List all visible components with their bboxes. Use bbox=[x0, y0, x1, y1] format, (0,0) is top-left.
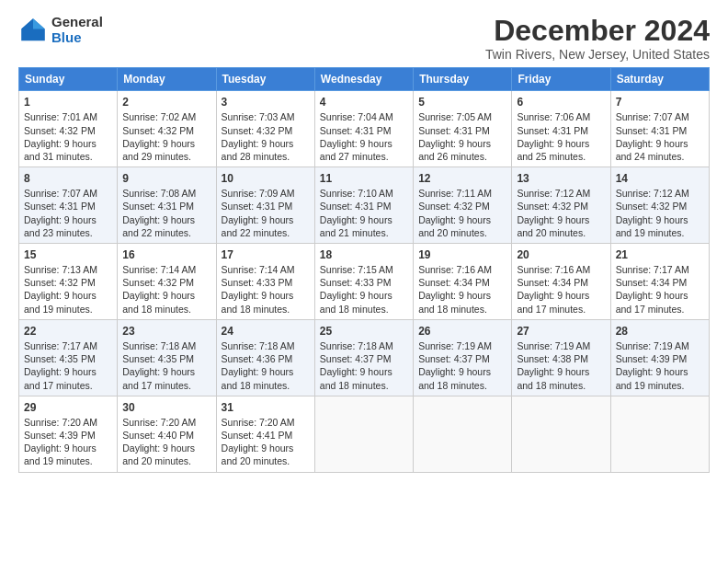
day-number: 2 bbox=[122, 95, 210, 109]
daylight-text: Daylight: 9 hours and 17 minutes. bbox=[517, 290, 589, 314]
sunset-text: Sunset: 4:31 PM bbox=[122, 201, 194, 212]
sunrise-text: Sunrise: 7:14 AM bbox=[122, 264, 196, 275]
daylight-text: Daylight: 9 hours and 18 minutes. bbox=[320, 366, 392, 390]
daylight-text: Daylight: 9 hours and 20 minutes. bbox=[122, 442, 195, 466]
daylight-text: Daylight: 9 hours and 19 minutes. bbox=[24, 290, 97, 314]
day-number: 12 bbox=[418, 171, 506, 186]
day-number: 9 bbox=[122, 171, 210, 186]
day-number: 14 bbox=[616, 171, 704, 186]
sunset-text: Sunset: 4:31 PM bbox=[222, 201, 293, 212]
calendar-cell bbox=[512, 396, 610, 472]
daylight-text: Daylight: 9 hours and 22 minutes. bbox=[222, 214, 294, 238]
calendar-day-header: Saturday bbox=[610, 68, 709, 91]
daylight-text: Daylight: 9 hours and 18 minutes. bbox=[222, 366, 294, 390]
calendar-cell: 1Sunrise: 7:01 AMSunset: 4:32 PMDaylight… bbox=[19, 91, 118, 167]
sunset-text: Sunset: 4:31 PM bbox=[24, 201, 96, 212]
calendar-week-row: 8Sunrise: 7:07 AMSunset: 4:31 PMDaylight… bbox=[19, 167, 710, 244]
day-number: 27 bbox=[517, 324, 605, 339]
calendar-cell: 22Sunrise: 7:17 AMSunset: 4:35 PMDayligh… bbox=[19, 319, 118, 396]
sunrise-text: Sunrise: 7:19 AM bbox=[418, 340, 492, 351]
calendar-cell: 28Sunrise: 7:19 AMSunset: 4:39 PMDayligh… bbox=[610, 319, 709, 396]
day-number: 4 bbox=[320, 95, 408, 109]
calendar-cell: 18Sunrise: 7:15 AMSunset: 4:33 PMDayligh… bbox=[314, 243, 413, 319]
day-number: 7 bbox=[616, 95, 704, 109]
daylight-text: Daylight: 9 hours and 18 minutes. bbox=[122, 290, 195, 314]
daylight-text: Daylight: 9 hours and 18 minutes. bbox=[320, 290, 392, 314]
day-number: 19 bbox=[418, 247, 506, 262]
location-title: Twin Rivers, New Jersey, United States bbox=[485, 47, 710, 62]
sunset-text: Sunset: 4:35 PM bbox=[24, 353, 96, 364]
calendar-cell: 5Sunrise: 7:05 AMSunset: 4:31 PMDaylight… bbox=[414, 91, 512, 167]
logo: General Blue bbox=[18, 15, 103, 45]
calendar-cell: 16Sunrise: 7:14 AMSunset: 4:32 PMDayligh… bbox=[118, 243, 216, 319]
daylight-text: Daylight: 9 hours and 22 minutes. bbox=[122, 214, 195, 238]
calendar-day-header: Sunday bbox=[19, 68, 118, 91]
sunrise-text: Sunrise: 7:07 AM bbox=[24, 188, 97, 199]
day-number: 20 bbox=[517, 247, 605, 262]
day-number: 23 bbox=[122, 324, 210, 339]
logo-icon bbox=[18, 16, 48, 45]
calendar-cell: 11Sunrise: 7:10 AMSunset: 4:31 PMDayligh… bbox=[314, 167, 413, 244]
calendar-cell: 17Sunrise: 7:14 AMSunset: 4:33 PMDayligh… bbox=[216, 243, 314, 319]
calendar-cell: 13Sunrise: 7:12 AMSunset: 4:32 PMDayligh… bbox=[512, 167, 610, 244]
sunset-text: Sunset: 4:31 PM bbox=[320, 125, 392, 136]
sunrise-text: Sunrise: 7:11 AM bbox=[418, 188, 492, 199]
sunrise-text: Sunrise: 7:16 AM bbox=[517, 264, 590, 275]
calendar-cell bbox=[414, 396, 512, 472]
sunrise-text: Sunrise: 7:06 AM bbox=[517, 111, 590, 122]
sunrise-text: Sunrise: 7:18 AM bbox=[122, 340, 196, 351]
daylight-text: Daylight: 9 hours and 24 minutes. bbox=[616, 138, 688, 162]
sunset-text: Sunset: 4:40 PM bbox=[122, 430, 194, 441]
sunrise-text: Sunrise: 7:18 AM bbox=[320, 340, 393, 351]
calendar-day-header: Friday bbox=[512, 68, 610, 91]
daylight-text: Daylight: 9 hours and 29 minutes. bbox=[122, 138, 195, 162]
calendar-cell: 20Sunrise: 7:16 AMSunset: 4:34 PMDayligh… bbox=[512, 243, 610, 319]
day-number: 30 bbox=[122, 400, 210, 415]
sunrise-text: Sunrise: 7:18 AM bbox=[222, 340, 295, 351]
day-number: 16 bbox=[122, 247, 210, 262]
daylight-text: Daylight: 9 hours and 20 minutes. bbox=[517, 214, 589, 238]
calendar-cell: 19Sunrise: 7:16 AMSunset: 4:34 PMDayligh… bbox=[414, 243, 512, 319]
sunset-text: Sunset: 4:33 PM bbox=[222, 277, 293, 288]
calendar-cell: 29Sunrise: 7:20 AMSunset: 4:39 PMDayligh… bbox=[19, 396, 118, 472]
calendar-cell: 10Sunrise: 7:09 AMSunset: 4:31 PMDayligh… bbox=[216, 167, 314, 244]
daylight-text: Daylight: 9 hours and 18 minutes. bbox=[418, 290, 491, 314]
day-number: 25 bbox=[320, 324, 408, 339]
sunrise-text: Sunrise: 7:10 AM bbox=[320, 188, 393, 199]
sunset-text: Sunset: 4:37 PM bbox=[418, 353, 490, 364]
sunset-text: Sunset: 4:31 PM bbox=[517, 125, 588, 136]
daylight-text: Daylight: 9 hours and 18 minutes. bbox=[418, 366, 491, 390]
sunset-text: Sunset: 4:32 PM bbox=[418, 201, 490, 212]
daylight-text: Daylight: 9 hours and 27 minutes. bbox=[320, 138, 392, 162]
calendar-table: SundayMondayTuesdayWednesdayThursdayFrid… bbox=[18, 67, 710, 472]
daylight-text: Daylight: 9 hours and 21 minutes. bbox=[320, 214, 392, 238]
day-number: 18 bbox=[320, 247, 408, 262]
day-number: 6 bbox=[517, 95, 605, 109]
day-number: 29 bbox=[24, 400, 112, 415]
calendar-cell: 24Sunrise: 7:18 AMSunset: 4:36 PMDayligh… bbox=[216, 319, 314, 396]
calendar-cell: 4Sunrise: 7:04 AMSunset: 4:31 PMDaylight… bbox=[314, 91, 413, 167]
svg-marker-2 bbox=[21, 18, 33, 29]
day-number: 11 bbox=[320, 171, 408, 186]
day-number: 21 bbox=[616, 247, 704, 262]
sunset-text: Sunset: 4:36 PM bbox=[222, 353, 293, 364]
svg-marker-1 bbox=[33, 18, 45, 29]
calendar-cell: 8Sunrise: 7:07 AMSunset: 4:31 PMDaylight… bbox=[19, 167, 118, 244]
day-number: 3 bbox=[222, 95, 310, 109]
calendar-cell: 9Sunrise: 7:08 AMSunset: 4:31 PMDaylight… bbox=[118, 167, 216, 244]
daylight-text: Daylight: 9 hours and 25 minutes. bbox=[517, 138, 589, 162]
daylight-text: Daylight: 9 hours and 20 minutes. bbox=[418, 214, 491, 238]
calendar-day-header: Tuesday bbox=[216, 68, 314, 91]
calendar-header-row: SundayMondayTuesdayWednesdayThursdayFrid… bbox=[19, 68, 710, 91]
sunset-text: Sunset: 4:32 PM bbox=[616, 201, 688, 212]
sunset-text: Sunset: 4:32 PM bbox=[122, 125, 194, 136]
daylight-text: Daylight: 9 hours and 28 minutes. bbox=[222, 138, 294, 162]
sunrise-text: Sunrise: 7:13 AM bbox=[24, 264, 97, 275]
calendar-cell: 6Sunrise: 7:06 AMSunset: 4:31 PMDaylight… bbox=[512, 91, 610, 167]
daylight-text: Daylight: 9 hours and 18 minutes. bbox=[222, 290, 294, 314]
daylight-text: Daylight: 9 hours and 18 minutes. bbox=[517, 366, 589, 390]
sunrise-text: Sunrise: 7:02 AM bbox=[122, 111, 196, 122]
day-number: 26 bbox=[418, 324, 506, 339]
sunrise-text: Sunrise: 7:12 AM bbox=[517, 188, 590, 199]
sunset-text: Sunset: 4:31 PM bbox=[320, 201, 392, 212]
